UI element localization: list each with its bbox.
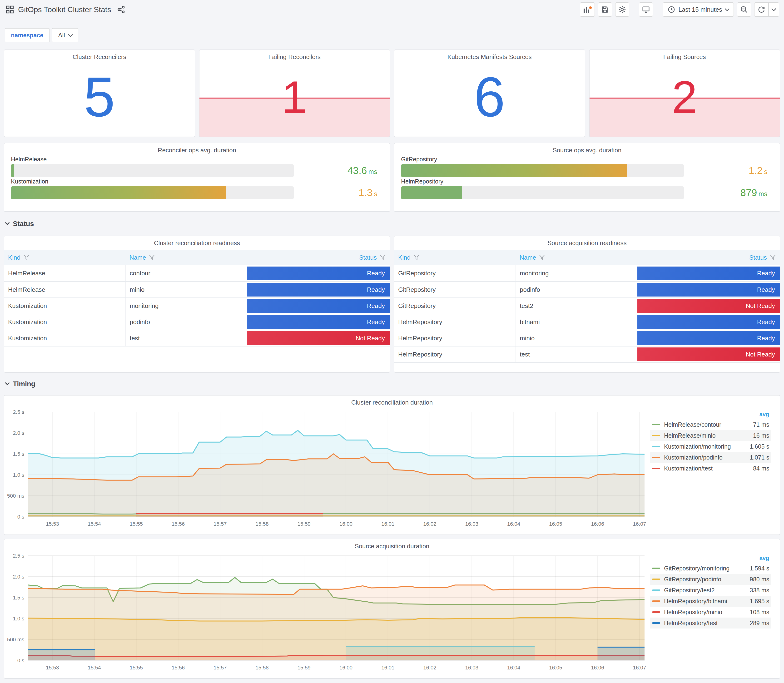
section-status[interactable]: Status — [0, 212, 784, 236]
status-badge: Ready — [247, 315, 390, 329]
cell-name: minio — [126, 282, 247, 298]
gauge-bar — [401, 164, 627, 177]
legend-item[interactable]: Kustomization/monitoring1.605 s — [650, 441, 771, 452]
legend-item[interactable]: GitRepository/monitoring1.594 s — [650, 563, 771, 574]
legend-item[interactable]: HelmRelease/minio16 ms — [650, 430, 771, 441]
series-avg-value: 289 ms — [750, 620, 769, 627]
gauge-row: HelmRepository879ms — [401, 178, 773, 199]
column-header-name[interactable]: Name — [516, 250, 637, 265]
cell-status: Ready — [637, 265, 780, 282]
column-header-status[interactable]: Status — [637, 250, 780, 265]
chart-svg: 15:5315:5415:5515:5615:5715:5815:5916:00… — [4, 551, 648, 674]
panel-title: Cluster reconciliation readiness — [4, 236, 390, 247]
series-name: Kustomization/monitoring — [664, 443, 750, 450]
variable-namespace-selected: All — [58, 32, 65, 39]
legend-item[interactable]: Kustomization/podinfo1.071 s — [650, 452, 771, 463]
time-range-picker[interactable]: Last 15 minutes — [663, 2, 734, 17]
series-avg-value: 1.071 s — [750, 454, 769, 461]
refresh-interval-dropdown[interactable] — [768, 3, 779, 16]
legend-item[interactable]: HelmRepository/minio108 ms — [650, 607, 771, 617]
x-axis-tick: 16:01 — [381, 665, 394, 671]
series-area — [136, 513, 323, 517]
cell-status: Not Ready — [637, 298, 780, 314]
column-header-name[interactable]: Name — [126, 250, 247, 265]
column-header-kind[interactable]: Kind — [4, 250, 126, 265]
panel-kubernetes-manifests-sources: Kubernetes Manifests Sources 6 — [394, 50, 585, 137]
cell-name: test — [126, 330, 247, 346]
cell-status: Not Ready — [247, 330, 390, 346]
zoom-out-button[interactable] — [737, 2, 751, 17]
cell-name: podinfo — [516, 282, 637, 298]
status-badge: Not Ready — [637, 348, 780, 361]
x-axis-tick: 16:03 — [465, 521, 478, 527]
section-label: Timing — [13, 380, 35, 388]
legend-item[interactable]: HelmRepository/test289 ms — [650, 617, 771, 628]
save-dashboard-button[interactable] — [598, 2, 612, 17]
x-axis-tick: 16:02 — [423, 521, 436, 527]
gauge-bar — [401, 186, 462, 199]
gauge-row: GitRepository1.2s — [401, 156, 773, 177]
filter-icon[interactable] — [149, 254, 155, 261]
series-name: HelmRelease/contour — [664, 421, 753, 428]
legend-avg-header[interactable]: avg — [650, 554, 771, 563]
x-axis-tick: 16:01 — [381, 521, 394, 527]
x-axis-tick: 15:54 — [88, 521, 101, 527]
y-axis-tick: 500 ms — [7, 493, 24, 499]
gauge-row: Kustomization1.3s — [11, 178, 383, 199]
filter-icon[interactable] — [770, 254, 776, 261]
cell-status: Ready — [247, 265, 390, 282]
legend-item[interactable]: Kustomization/test84 ms — [650, 463, 771, 474]
legend-item[interactable]: GitRepository/test2338 ms — [650, 585, 771, 596]
timeseries-plot[interactable]: 15:5315:5415:5515:5615:5715:5815:5916:00… — [4, 407, 648, 530]
table-row: HelmReleaseminioReady — [4, 282, 390, 298]
table-row: KustomizationmonitoringReady — [4, 298, 390, 314]
filter-icon[interactable] — [23, 254, 29, 261]
panel-reconciler-ops-avg-duration: Reconciler ops avg. duration HelmRelease… — [4, 143, 390, 212]
x-axis-tick: 16:04 — [507, 665, 520, 671]
panel-source-acquisition-duration: Source acquisition duration 15:5315:5415… — [4, 539, 780, 679]
panel-title: Source ops avg. duration — [401, 143, 773, 154]
series-color-dash — [652, 579, 660, 580]
panel-source-acquisition-readiness: Source acquisition readiness KindNameSta… — [394, 236, 780, 373]
panel-source-ops-avg-duration: Source ops avg. duration GitRepository1.… — [394, 143, 780, 212]
cell-kind: GitRepository — [394, 282, 516, 298]
tv-mode-icon[interactable] — [639, 2, 653, 17]
share-icon[interactable] — [117, 6, 125, 13]
cell-status: Ready — [247, 314, 390, 330]
refresh-button-group[interactable] — [754, 2, 779, 17]
time-range-label: Last 15 minutes — [678, 6, 722, 13]
timeseries-plot[interactable]: 15:5315:5415:5515:5615:5715:5815:5916:00… — [4, 551, 648, 674]
series-avg-value: 71 ms — [753, 421, 769, 428]
column-header-kind[interactable]: Kind — [394, 250, 516, 265]
legend-item[interactable]: HelmRepository/bitnami1.695 s — [650, 596, 771, 607]
chevron-down-icon — [725, 6, 729, 11]
column-label: Name — [519, 254, 536, 261]
column-header-status[interactable]: Status — [247, 250, 390, 265]
filter-icon[interactable] — [414, 254, 420, 261]
refresh-icon[interactable] — [755, 3, 768, 16]
gauge-track — [401, 164, 684, 177]
variable-namespace-value[interactable]: All — [52, 28, 78, 42]
section-timing[interactable]: Timing — [0, 373, 784, 395]
filter-icon[interactable] — [380, 254, 386, 261]
legend-item[interactable]: HelmRelease/contour71 ms — [650, 419, 771, 430]
x-axis-tick: 16:07 — [633, 521, 646, 527]
panel-title: Cluster Reconcilers — [4, 50, 195, 61]
add-panel-button[interactable] — [580, 2, 595, 17]
chevron-down-icon — [68, 32, 73, 37]
panel-title: Source acquisition duration — [4, 539, 780, 550]
legend-item[interactable]: GitRepository/podinfo980 ms — [650, 574, 771, 585]
x-axis-tick: 16:05 — [549, 665, 562, 671]
gauge-track — [11, 164, 294, 177]
variable-namespace-label[interactable]: namespace — [5, 28, 50, 42]
y-axis-tick: 0 s — [18, 657, 24, 664]
x-axis-tick: 15:55 — [130, 665, 143, 671]
cell-name: contour — [126, 265, 247, 282]
stat-value: 6 — [474, 64, 505, 129]
panel-failing-sources: Failing Sources 2 — [589, 50, 781, 137]
dashboards-grid-icon[interactable] — [6, 5, 14, 14]
legend-avg-header[interactable]: avg — [650, 410, 771, 419]
settings-gear-icon[interactable] — [615, 2, 629, 17]
panel-title: Failing Reconcilers — [199, 50, 390, 61]
filter-icon[interactable] — [539, 254, 545, 261]
